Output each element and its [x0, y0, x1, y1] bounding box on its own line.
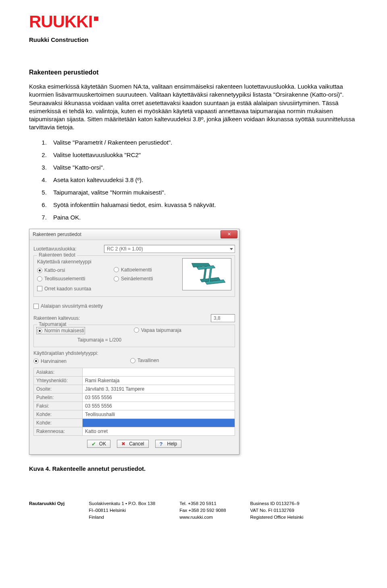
- structure-group: Rakenteen tiedot Käytettävä rakennetyypp…: [33, 255, 235, 297]
- check-alalaipan[interactable]: Alalaipan sivusiirtymä estetty: [33, 303, 103, 309]
- step-item: Syötä infokenttiin haluamasi tiedot, esi…: [48, 201, 358, 208]
- ok-button[interactable]: OK: [87, 440, 110, 448]
- table-row: Asiakas:: [34, 368, 235, 376]
- step-item: Aseta katon kaltevuudeksi 3.8 (º).: [48, 176, 358, 183]
- step-item: Paina OK.: [48, 214, 358, 221]
- footer-company: Rautaruukki Oyj: [29, 500, 64, 521]
- radio-katto-orsi[interactable]: Katto-orsi: [37, 267, 65, 273]
- step-item: Valitse "Katto-orsi".: [48, 164, 358, 171]
- table-row: Faksi:03 555 5556: [34, 402, 235, 410]
- deflection-legend: Taipumarajat: [37, 321, 68, 327]
- puhelin-input[interactable]: 03 555 5556: [83, 393, 235, 402]
- reliability-label: Luotettavuusluokka:: [33, 246, 104, 252]
- logo: RUUKKI: [29, 12, 358, 31]
- steps-list: Valitse "Parametrit / Rakenteen perustie…: [48, 139, 358, 221]
- dialog-title-text: Rakenteen perustiedot: [33, 232, 221, 237]
- yhteyshenkilo-input[interactable]: Rami Rakentaja: [83, 376, 235, 385]
- slope-label: Rakenteen kaltevuus:: [33, 315, 211, 321]
- logo-text: RUUKKI: [29, 12, 92, 31]
- radio-harvinainen[interactable]: Harvinainen: [33, 358, 67, 364]
- structure-subtitle: Käytettävä rakennetyyppi: [37, 259, 178, 265]
- step-item: Taipumarajat, valitse "Normin mukaisesti…: [48, 189, 358, 196]
- asiakas-input[interactable]: [83, 368, 235, 376]
- intro-paragraph: Koska esimerkissä käytetään Suomen NA:ta…: [29, 83, 358, 132]
- table-row: Kohde:: [34, 418, 235, 427]
- faksi-input[interactable]: 03 555 5556: [83, 402, 235, 410]
- radio-normin[interactable]: Normin mukaisesti: [37, 328, 84, 333]
- deflection-group: Taipumarajat Normin mukaisesti Vapaa tai…: [33, 325, 235, 348]
- radio-tavallinen[interactable]: Tavallinen: [130, 358, 159, 363]
- step-item: Valitse luotettavuusluokka "RC2": [48, 151, 358, 158]
- table-row: Kohde:Teollisuushalli: [34, 410, 235, 418]
- deflection-formula: Taipumaraja = L/200: [77, 337, 231, 343]
- radio-teollisuuselementti[interactable]: Teollisuuselementti: [37, 276, 85, 282]
- dialog-titlebar[interactable]: Rakenteen perustiedot ✕: [29, 229, 239, 240]
- company-name: Ruukki Construction: [29, 36, 358, 43]
- close-button[interactable]: ✕: [221, 230, 237, 238]
- z-profile-icon: [187, 261, 227, 288]
- table-row: Yhteyshenkilö:Rami Rakentaja: [34, 376, 235, 385]
- reliability-value: RC 2 (Kfi = 1.00): [107, 246, 143, 252]
- logo-square-icon: [94, 17, 98, 21]
- figure-caption: Kuva 4. Rakenteelle annetut perustiedot.: [29, 465, 358, 472]
- footer-address: Suolakivenkatu 1 • P.O. Box 138 FI–00811…: [89, 500, 155, 521]
- page-title: Rakenteen perustiedot: [29, 69, 358, 76]
- check-icon: [92, 441, 97, 446]
- table-row: Rakenneosa:Katto orret: [34, 427, 235, 435]
- dialog-window: Rakenteen perustiedot ✕ Luotettavuusluok…: [29, 229, 239, 455]
- x-icon: [121, 441, 127, 446]
- kohde2-input[interactable]: [83, 418, 235, 427]
- close-icon: ✕: [227, 232, 231, 236]
- kohde1-input[interactable]: Teollisuushalli: [83, 410, 235, 418]
- radio-vapaa[interactable]: Vapaa taipumaraja: [134, 327, 181, 333]
- osoite-input[interactable]: Järvilahti 3, 33191 Tampere: [83, 385, 235, 393]
- combo-type-label: Käyttörajatilan yhdistelytyyppi:: [33, 350, 235, 356]
- footer-legal: Business ID 0113276–9 VAT No. FI 0113276…: [250, 500, 304, 521]
- check-orret-kaadon[interactable]: Orret kaadon suuntaa: [37, 286, 91, 292]
- cancel-button[interactable]: Cancel: [117, 440, 148, 448]
- info-table: Asiakas: Yhteyshenkilö:Rami Rakentaja Os…: [33, 368, 235, 436]
- help-icon: ?: [160, 441, 165, 446]
- table-row: Puhelin:03 555 5556: [34, 393, 235, 402]
- radio-seinaelementti[interactable]: Seinäelementti: [114, 276, 153, 282]
- step-item: Valitse "Parametrit / Rakenteen perustie…: [48, 139, 358, 146]
- reliability-combo[interactable]: RC 2 (Kfi = 1.00): [104, 245, 235, 253]
- svg-marker-0: [192, 263, 221, 282]
- profile-preview-image: [182, 258, 231, 290]
- svg-marker-1: [197, 266, 225, 285]
- radio-kattoelementti[interactable]: Kattoelementti: [114, 267, 152, 273]
- footer-contact: Tel. +358 20 5911 Fax +358 20 592 9088 w…: [179, 500, 226, 521]
- slope-input[interactable]: 3,8: [211, 314, 235, 322]
- rakenneosa-input[interactable]: Katto orret: [83, 427, 235, 435]
- page-footer: Rautaruukki Oyj Suolakivenkatu 1 • P.O. …: [29, 500, 358, 521]
- help-button[interactable]: ?Help: [155, 440, 182, 448]
- table-row: Osoite:Järvilahti 3, 33191 Tampere: [34, 385, 235, 393]
- structure-legend: Rakenteen tiedot: [37, 252, 77, 258]
